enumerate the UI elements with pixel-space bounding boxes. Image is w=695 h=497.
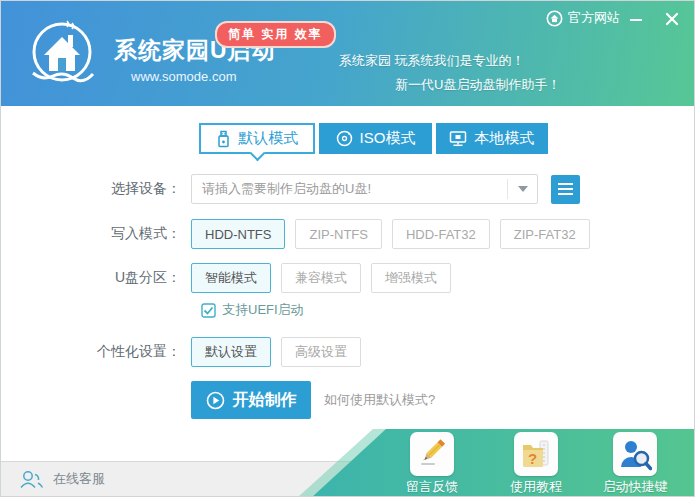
- menu-icon: [558, 183, 573, 185]
- partition-compat-mode[interactable]: 兼容模式: [281, 263, 361, 293]
- tab-default-label: 默认模式: [238, 129, 298, 148]
- iso-disc-icon: [336, 130, 353, 147]
- tab-local-mode[interactable]: 本地模式: [436, 123, 548, 154]
- device-select-value: 请插入需要制作启动盘的U盘!: [192, 180, 507, 198]
- computer-monitor-icon: [449, 130, 467, 147]
- partition-label: U盘分区：: [1, 269, 191, 287]
- start-button[interactable]: 开始制作: [191, 381, 311, 419]
- app-website: www.somode.com: [131, 69, 236, 84]
- partition-smart-mode[interactable]: 智能模式: [191, 263, 271, 293]
- online-service-label: 在线客服: [53, 470, 105, 488]
- write-mode-zip-fat32[interactable]: ZIP-FAT32: [500, 219, 590, 249]
- chevron-down-icon: [518, 186, 528, 192]
- feedback-label: 留言反馈: [390, 478, 474, 496]
- write-mode-hdd-ntfs[interactable]: HDD-NTFS: [191, 219, 285, 249]
- home-circle-icon: [546, 10, 563, 27]
- tab-default-mode[interactable]: 默认模式: [199, 123, 315, 154]
- play-circle-icon: [206, 391, 225, 410]
- write-mode-row: 写入模式： HDD-NTFS ZIP-NTFS HDD-FAT32 ZIP-FA…: [1, 219, 695, 249]
- feedback-shortcut[interactable]: 留言反馈: [390, 432, 474, 496]
- partition-enhanced-mode[interactable]: 增强模式: [371, 263, 451, 293]
- tagline-line1: 系统家园 玩系统我们是专业的！: [339, 49, 560, 73]
- write-mode-label: 写入模式：: [1, 225, 191, 243]
- partition-row: U盘分区： 智能模式 兼容模式 增强模式: [1, 263, 695, 293]
- tagline-line2: 新一代U盘启动盘制作助手！: [395, 73, 560, 97]
- write-mode-zip-ntfs[interactable]: ZIP-NTFS: [295, 219, 382, 249]
- uefi-label: 支持UEFI启动: [222, 301, 304, 319]
- tutorial-shortcut[interactable]: ? 使用教程: [494, 432, 578, 496]
- device-row: 选择设备： 请插入需要制作启动盘的U盘!: [1, 174, 695, 204]
- slogan-badge: 简单 实用 效率: [215, 21, 336, 48]
- official-site-label: 官方网站: [568, 9, 620, 27]
- device-select-caret[interactable]: [507, 179, 537, 199]
- header-taglines: 系统家园 玩系统我们是专业的！ 新一代U盘启动盘制作助手！: [339, 49, 560, 97]
- start-button-label: 开始制作: [233, 390, 297, 411]
- personalize-default[interactable]: 默认设置: [191, 337, 271, 367]
- checkbox-checked-icon[interactable]: [201, 303, 216, 318]
- minimize-icon: [629, 12, 643, 26]
- app-window: 系统家园U启动 www.somode.com 简单 实用 效率 系统家园 玩系统…: [0, 0, 695, 497]
- personalize-row: 个性化设置： 默认设置 高级设置: [1, 337, 695, 367]
- hotkey-person-search-icon: [618, 437, 652, 471]
- device-label: 选择设备：: [1, 180, 191, 198]
- official-site-link[interactable]: 官方网站: [546, 9, 620, 27]
- tab-local-label: 本地模式: [474, 129, 534, 148]
- tab-iso-label: ISO模式: [360, 129, 416, 148]
- start-row: 开始制作 如何使用默认模式?: [1, 381, 695, 419]
- online-service-link[interactable]: 在线客服: [19, 470, 105, 489]
- uefi-checkbox-row[interactable]: 支持UEFI启动: [201, 301, 501, 319]
- boot-hotkey-shortcut[interactable]: 启动快捷键: [593, 432, 677, 496]
- device-select[interactable]: 请插入需要制作启动盘的U盘!: [191, 174, 538, 204]
- default-mode-help-link[interactable]: 如何使用默认模式?: [324, 391, 435, 409]
- header-banner: 系统家园U启动 www.somode.com 简单 实用 效率 系统家园 玩系统…: [1, 1, 695, 106]
- tutorial-folder-icon: ?: [519, 437, 553, 471]
- device-list-button[interactable]: [551, 175, 580, 204]
- usb-drive-icon: [216, 130, 231, 148]
- app-logo-icon: [23, 15, 101, 93]
- close-icon: [665, 12, 679, 26]
- minimize-button[interactable]: [625, 9, 647, 29]
- tab-iso-mode[interactable]: ISO模式: [319, 123, 431, 154]
- customer-service-person-icon: [19, 470, 45, 489]
- mode-tabs: 默认模式 ISO模式 本地模式: [199, 123, 548, 154]
- boot-hotkey-label: 启动快捷键: [593, 478, 677, 496]
- personalize-label: 个性化设置：: [1, 343, 191, 361]
- tutorial-label: 使用教程: [494, 478, 578, 496]
- write-mode-hdd-fat32[interactable]: HDD-FAT32: [392, 219, 490, 249]
- close-button[interactable]: [661, 9, 683, 29]
- personalize-advanced[interactable]: 高级设置: [281, 337, 361, 367]
- feedback-pencil-icon: [415, 437, 449, 471]
- svg-text:?: ?: [528, 450, 537, 467]
